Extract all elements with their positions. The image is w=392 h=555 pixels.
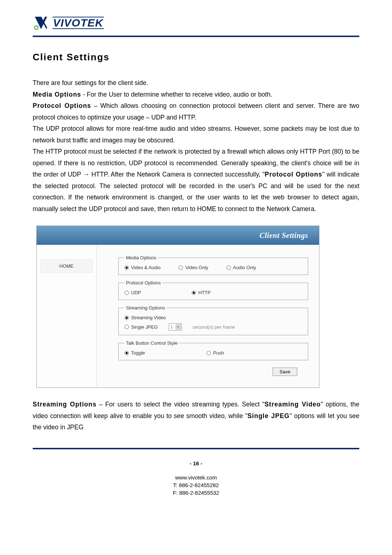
radio-toggle[interactable]: Toggle: [124, 350, 145, 356]
radio-icon: [192, 291, 196, 295]
per-frame-label: second(s) per frame: [193, 324, 235, 330]
sidebar-item-home[interactable]: HOME: [40, 259, 93, 273]
protocol-options-label: Protocol Options: [33, 102, 91, 109]
media-options-label: Media Options: [33, 91, 81, 98]
footer-divider: [33, 448, 359, 449]
protocol-options-para: Protocol Options – Which allows choosing…: [33, 100, 359, 123]
footer-fax: F: 886-2-82455532: [33, 489, 359, 497]
client-settings-screenshot: Client Settings HOME Media Options Video…: [36, 226, 319, 388]
streaming-options-legend: Streaming Options: [124, 305, 167, 311]
radio-video-audio[interactable]: Video & Audio: [124, 265, 160, 270]
radio-streaming-video[interactable]: Streaming Video: [124, 315, 302, 320]
logo-text: VIVOTEK: [52, 17, 104, 29]
page-number: - 16 -: [33, 460, 359, 466]
save-button[interactable]: Save: [273, 368, 297, 376]
screenshot-titlebar: Client Settings: [37, 226, 319, 245]
streaming-options-label: Streaming Options: [33, 401, 97, 408]
media-options-legend: Media Options: [124, 255, 158, 260]
radio-single-jpeg[interactable]: Single JPEG: [124, 324, 158, 330]
radio-icon: [124, 351, 129, 355]
radio-icon: [207, 351, 211, 355]
protocol-options-group: Protocol Options UDP HTTP: [118, 280, 308, 300]
streaming-para: Streaming Options – For users to select …: [33, 399, 359, 433]
header-divider: [33, 36, 359, 37]
talk-button-group: Talk Button Control Style Toggle Push: [118, 340, 308, 360]
udp-para: The UDP protocol allows for more real-ti…: [33, 123, 359, 146]
page-title: Client Settings: [33, 52, 359, 63]
radio-udp[interactable]: UDP: [124, 290, 141, 295]
brand-logo: VIVOTEK: [33, 15, 359, 31]
radio-http[interactable]: HTTP: [192, 290, 211, 295]
screenshot-main: Media Options Video & Audio Video Only: [97, 245, 319, 388]
radio-video-only[interactable]: Video Only: [179, 265, 208, 270]
footer-tel: T: 886-2-82455282: [33, 481, 359, 489]
radio-icon: [124, 266, 129, 270]
radio-icon: [124, 316, 129, 320]
streaming-options-group: Streaming Options Streaming Video Single…: [118, 305, 308, 335]
svg-point-0: [34, 26, 38, 29]
radio-icon: [124, 325, 129, 329]
body-copy: There are four settings for the client s…: [33, 77, 359, 215]
media-options-group: Media Options Video & Audio Video Only: [118, 255, 308, 275]
logo-icon: [33, 15, 49, 31]
intro-line: There are four settings for the client s…: [33, 77, 359, 89]
media-options-para: Media Options - For the User to determin…: [33, 89, 359, 101]
radio-audio-only[interactable]: Audio Only: [226, 265, 256, 270]
page-footer: - 16 - www.vivotek.com T: 886-2-82455282…: [33, 460, 359, 497]
seconds-per-frame-select[interactable]: 1 ▼: [169, 323, 182, 331]
radio-icon: [226, 266, 231, 270]
screenshot-title: Client Settings: [260, 231, 308, 240]
screenshot-sidebar: HOME: [37, 245, 97, 388]
http-para: The HTTP protocol must be selected if th…: [33, 146, 359, 215]
radio-icon: [179, 266, 183, 270]
chevron-down-icon: ▼: [176, 324, 181, 329]
radio-push[interactable]: Push: [207, 350, 224, 356]
talk-button-legend: Talk Button Control Style: [124, 340, 179, 346]
protocol-options-legend: Protocol Options: [124, 280, 162, 285]
radio-icon: [124, 291, 129, 295]
footer-url: www.vivotek.com: [33, 474, 359, 481]
